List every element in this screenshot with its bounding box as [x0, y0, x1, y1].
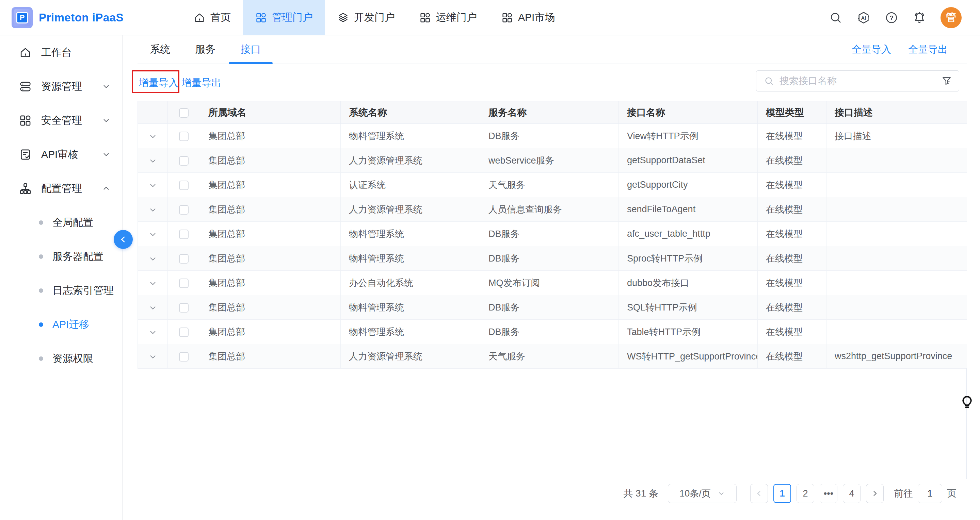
tab-system[interactable]: 系统	[137, 35, 183, 63]
filter-funnel-icon[interactable]	[941, 76, 952, 86]
sidebar-item-api-audit[interactable]: API审核	[0, 137, 122, 171]
page-button-2[interactable]: 2	[797, 484, 814, 503]
sidebar-subitem-resource-permission[interactable]: 资源权限	[0, 341, 122, 376]
row-expand-chevron-icon[interactable]	[148, 303, 157, 312]
incremental-export-link[interactable]: 增量导出	[182, 76, 221, 90]
row-checkbox[interactable]	[179, 181, 189, 190]
server-icon	[19, 80, 32, 93]
sidebar-subitem-api-migration[interactable]: API迁移	[0, 308, 122, 341]
row-select-cell	[168, 222, 200, 246]
row-expand-chevron-icon[interactable]	[148, 352, 157, 361]
cell-domain: 集团总部	[200, 148, 341, 173]
nav-item-api-market[interactable]: API市场	[489, 0, 567, 35]
row-expand-chevron-icon[interactable]	[148, 279, 157, 288]
nav-item-admin-portal[interactable]: 管理门户	[243, 0, 325, 35]
row-expand-cell	[138, 295, 168, 320]
header-actions: AI ? 管	[829, 7, 980, 28]
cell-system: 物料管理系统	[341, 320, 480, 344]
tab-label: 接口	[241, 43, 261, 57]
chevron-down-icon	[102, 150, 111, 159]
search-icon[interactable]	[829, 11, 843, 24]
column-header-service: 服务名称	[480, 101, 619, 124]
sidebar-subitem-global-config[interactable]: 全局配置	[0, 205, 122, 239]
nav-item-label: API市场	[518, 11, 555, 24]
sidebar-item-workbench[interactable]: 工作台	[0, 35, 122, 70]
tab-label: 服务	[196, 43, 216, 57]
cell-service: DB服务	[480, 124, 619, 148]
cell-domain: 集团总部	[200, 320, 341, 344]
cell-domain: 集团总部	[200, 295, 341, 320]
sidebar-item-security-mgmt[interactable]: 安全管理	[0, 103, 122, 137]
row-checkbox[interactable]	[179, 279, 189, 288]
cell-api-desc	[826, 246, 967, 271]
page-size-select[interactable]: 10条/页	[668, 484, 737, 503]
tab-service[interactable]: 服务	[183, 35, 228, 63]
nav-item-label: 管理门户	[272, 11, 313, 24]
page-ellipsis-button[interactable]: •••	[820, 484, 837, 503]
page-size-value: 10条/页	[679, 487, 711, 499]
row-expand-chevron-icon[interactable]	[148, 132, 157, 141]
row-expand-cell	[138, 246, 168, 271]
goto-page-input[interactable]	[918, 484, 942, 503]
appstore-icon	[419, 12, 431, 24]
select-all-checkbox[interactable]	[179, 108, 189, 118]
notifications-bell-icon[interactable]	[913, 11, 926, 24]
column-header-model-type: 模型类型	[758, 101, 826, 124]
help-icon[interactable]: ?	[885, 11, 898, 24]
cell-service: DB服务	[480, 295, 619, 320]
search-input[interactable]	[780, 76, 941, 86]
cell-model-type: 在线模型	[758, 148, 826, 173]
import-all-link[interactable]: 全量导入	[852, 43, 891, 57]
row-checkbox[interactable]	[179, 230, 189, 239]
row-checkbox[interactable]	[179, 156, 189, 166]
row-checkbox[interactable]	[179, 328, 189, 337]
lightbulb-tip-icon[interactable]	[959, 395, 975, 410]
sidebar-item-label: API审核	[41, 147, 78, 162]
page-button-4[interactable]: 4	[843, 484, 861, 503]
row-select-cell	[168, 320, 200, 344]
nav-item-home[interactable]: 首页	[181, 0, 243, 35]
brand[interactable]: P Primeton iPaaS	[0, 7, 124, 28]
sidebar: 工作台 资源管理 安全管理 API审核 配置管理 全局配置 服务器	[0, 35, 123, 520]
row-checkbox[interactable]	[179, 132, 189, 141]
prev-page-button[interactable]	[750, 484, 768, 503]
nav-item-dev-portal[interactable]: 开发门户	[325, 0, 407, 35]
row-select-cell	[168, 124, 200, 148]
tab-interface[interactable]: 接口	[228, 35, 273, 63]
sidebar-subitem-label: 服务器配置	[52, 250, 103, 263]
sidebar-item-config-mgmt[interactable]: 配置管理	[0, 171, 122, 205]
cell-model-type: 在线模型	[758, 271, 826, 295]
sidebar-subitem-log-index-mgmt[interactable]: 日志索引管理	[0, 273, 122, 308]
sidebar-collapse-button[interactable]	[114, 230, 133, 249]
row-expand-chevron-icon[interactable]	[148, 230, 157, 239]
next-page-button[interactable]	[866, 484, 884, 503]
row-expand-chevron-icon[interactable]	[148, 181, 157, 190]
row-expand-chevron-icon[interactable]	[148, 254, 157, 263]
row-checkbox[interactable]	[179, 303, 189, 312]
row-select-cell	[168, 197, 200, 222]
row-checkbox[interactable]	[179, 254, 189, 263]
row-checkbox[interactable]	[179, 352, 189, 361]
incremental-import-link[interactable]: 增量导入	[139, 76, 178, 90]
row-checkbox[interactable]	[179, 205, 189, 215]
export-all-link[interactable]: 全量导出	[908, 43, 948, 57]
user-avatar[interactable]: 管	[940, 7, 962, 28]
cell-domain: 集团总部	[200, 246, 341, 271]
cell-api-name: View转HTTP示例	[619, 124, 758, 148]
table-body: 集团总部 物料管理系统 DB服务 View转HTTP示例 在线模型 接口描述 集…	[138, 124, 967, 369]
chevron-down-icon	[718, 490, 725, 497]
cell-api-name: sendFileToAgent	[619, 197, 758, 222]
row-expand-cell	[138, 344, 168, 369]
sidebar-subitem-server-config[interactable]: 服务器配置	[0, 239, 122, 273]
nav-item-ops-portal[interactable]: 运维门户	[407, 0, 489, 35]
ai-assistant-icon[interactable]: AI	[857, 11, 870, 24]
sidebar-item-resource-mgmt[interactable]: 资源管理	[0, 70, 122, 103]
row-expand-chevron-icon[interactable]	[148, 328, 157, 337]
page-button-1[interactable]: 1	[773, 484, 791, 503]
cell-model-type: 在线模型	[758, 246, 826, 271]
row-expand-cell	[138, 173, 168, 197]
svg-text:?: ?	[889, 14, 893, 21]
row-expand-chevron-icon[interactable]	[148, 205, 157, 214]
bullet-icon	[39, 254, 43, 259]
row-expand-chevron-icon[interactable]	[148, 157, 157, 165]
